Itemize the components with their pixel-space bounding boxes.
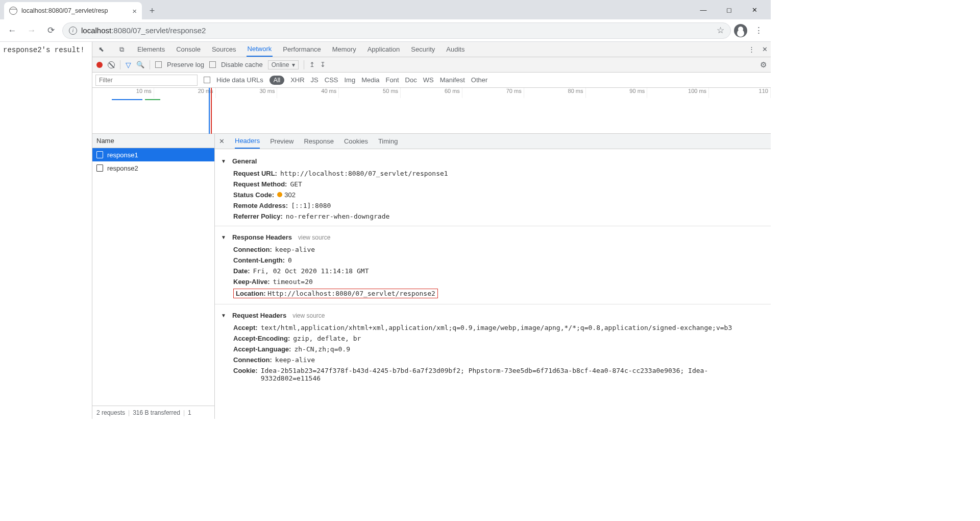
detail-tab-preview[interactable]: Preview <box>270 134 293 149</box>
filter-img[interactable]: Img <box>344 76 355 84</box>
tab-console[interactable]: Console <box>175 42 202 57</box>
filter-font[interactable]: Font <box>386 76 399 84</box>
throttling-select[interactable]: Online▾ <box>268 60 299 69</box>
preserve-log-label: Preserve log <box>167 61 204 68</box>
minimize-button[interactable]: — <box>696 6 710 14</box>
profile-avatar[interactable] <box>734 24 747 37</box>
hide-data-urls-checkbox[interactable] <box>204 77 210 83</box>
filter-doc[interactable]: Doc <box>405 76 417 84</box>
tab-performance[interactable]: Performance <box>282 42 322 57</box>
devtools-menu-icon[interactable]: ⋮ <box>748 45 755 53</box>
devtools-tabs: ⬉ ⧉ Elements Console Sources Network Per… <box>92 42 771 57</box>
tab-audits[interactable]: Audits <box>445 42 465 57</box>
close-details-icon[interactable]: ✕ <box>219 137 225 145</box>
view-source-link[interactable]: view source <box>292 312 325 319</box>
close-tab-icon[interactable]: × <box>132 7 137 15</box>
filter-xhr[interactable]: XHR <box>290 76 304 84</box>
record-button[interactable] <box>96 62 103 68</box>
tab-title: localhost:8080/07_servlet/resp <box>21 7 108 14</box>
tab-strip: localhost:8080/07_servlet/resp × + — ◻ ✕ <box>0 0 771 19</box>
hide-data-urls-label: Hide data URLs <box>216 76 263 84</box>
settings-icon[interactable]: ⚙ <box>760 60 767 69</box>
view-source-link[interactable]: view source <box>298 234 330 241</box>
window-controls: — ◻ ✕ <box>696 6 771 14</box>
download-har-icon[interactable]: ↧ <box>320 61 326 68</box>
section-general[interactable]: ▼General <box>221 154 765 168</box>
back-button[interactable]: ← <box>4 22 20 39</box>
preserve-log-checkbox[interactable] <box>155 61 162 68</box>
section-response-headers[interactable]: ▼Response Headersview source <box>221 230 765 244</box>
upload-har-icon[interactable]: ↥ <box>309 61 315 68</box>
request-row[interactable]: response2 <box>92 161 214 175</box>
network-timeline[interactable]: 10 ms 20 ms 30 ms 40 ms 50 ms 60 ms 70 m… <box>92 88 771 134</box>
filter-css[interactable]: CSS <box>325 76 338 84</box>
url-text: localhost:8080/07_servlet/response2 <box>81 26 206 35</box>
file-icon <box>96 151 103 158</box>
globe-icon <box>9 7 17 15</box>
address-bar[interactable]: i localhost:8080/07_servlet/response2 ☆ <box>62 22 731 39</box>
devtools-close-icon[interactable]: ✕ <box>762 45 768 53</box>
tab-memory[interactable]: Memory <box>331 42 357 57</box>
search-icon[interactable]: 🔍 <box>136 61 144 68</box>
filter-js[interactable]: JS <box>311 76 318 84</box>
browser-tab[interactable]: localhost:8080/07_servlet/resp × <box>4 2 142 19</box>
page-content: response2's result! <box>0 42 92 419</box>
status-dot-icon <box>277 192 282 197</box>
maximize-button[interactable]: ◻ <box>722 6 736 14</box>
filter-all[interactable]: All <box>270 76 284 85</box>
column-header-name[interactable]: Name <box>92 134 214 148</box>
detail-tab-timing[interactable]: Timing <box>378 134 398 149</box>
reload-button[interactable]: ⟳ <box>43 22 59 39</box>
request-details: ✕ Headers Preview Response Cookies Timin… <box>215 134 771 419</box>
inspect-element-icon[interactable]: ⬉ <box>95 45 107 53</box>
site-info-icon[interactable]: i <box>69 27 77 35</box>
tab-elements[interactable]: Elements <box>136 42 166 57</box>
detail-tab-response[interactable]: Response <box>304 134 334 149</box>
filter-media[interactable]: Media <box>361 76 379 84</box>
filter-other[interactable]: Other <box>471 76 488 84</box>
filter-manifest[interactable]: Manifest <box>440 76 465 84</box>
filter-row: Hide data URLs All XHR JS CSS Img Media … <box>92 73 771 88</box>
detail-tab-cookies[interactable]: Cookies <box>344 134 368 149</box>
devtools-panel: ⬉ ⧉ Elements Console Sources Network Per… <box>92 42 771 419</box>
tab-network[interactable]: Network <box>247 42 273 57</box>
tab-application[interactable]: Application <box>366 42 401 57</box>
disable-cache-checkbox[interactable] <box>209 61 216 68</box>
request-row[interactable]: response1 <box>92 148 214 161</box>
tab-security[interactable]: Security <box>410 42 436 57</box>
tab-sources[interactable]: Sources <box>211 42 237 57</box>
highlighted-header: Location: Http://localhost:8080/07_servl… <box>233 289 438 298</box>
browser-toolbar: ← → ⟳ i localhost:8080/07_servlet/respon… <box>0 19 771 42</box>
clear-button[interactable] <box>108 61 115 68</box>
disable-cache-label: Disable cache <box>221 61 263 68</box>
new-tab-button[interactable]: + <box>145 4 159 18</box>
close-button[interactable]: ✕ <box>747 6 762 14</box>
forward-button[interactable]: → <box>23 22 40 39</box>
section-request-headers[interactable]: ▼Request Headersview source <box>221 309 765 322</box>
detail-tab-headers[interactable]: Headers <box>235 134 260 149</box>
file-icon <box>96 164 103 172</box>
request-summary: 2 requests| 316 B transferred| 1 <box>92 406 214 419</box>
menu-button[interactable]: ⋮ <box>750 22 767 39</box>
filter-ws[interactable]: WS <box>423 76 434 84</box>
filter-toggle-icon[interactable]: ▽ <box>126 61 131 69</box>
network-toolbar: ▽ 🔍 Preserve log Disable cache Online▾ ↥… <box>92 57 771 73</box>
request-list: Name response1 response2 2 requests| 316… <box>92 134 215 419</box>
filter-input[interactable] <box>95 75 198 86</box>
bookmark-icon[interactable]: ☆ <box>717 25 724 36</box>
device-toolbar-icon[interactable]: ⧉ <box>116 45 127 54</box>
